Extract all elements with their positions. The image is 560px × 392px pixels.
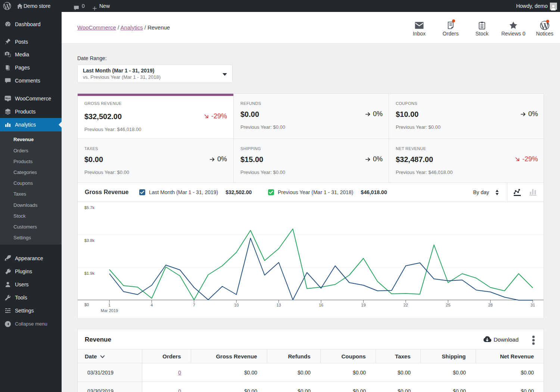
svg-text:$0: $0 xyxy=(84,302,89,307)
svg-text:10: 10 xyxy=(234,303,239,307)
svg-text:Mar 2019: Mar 2019 xyxy=(101,308,118,313)
svg-text:25: 25 xyxy=(446,303,450,307)
svg-text:7: 7 xyxy=(193,303,195,307)
svg-text:Woo: Woo xyxy=(5,97,10,99)
svg-text:16: 16 xyxy=(319,303,323,307)
svg-text:4: 4 xyxy=(150,303,153,307)
svg-text:1: 1 xyxy=(108,303,111,307)
svg-text:19: 19 xyxy=(361,303,365,307)
svg-text:$3.8k: $3.8k xyxy=(84,238,94,243)
svg-text:$1.9k: $1.9k xyxy=(84,271,94,276)
svg-text:13: 13 xyxy=(276,303,281,307)
svg-text:31: 31 xyxy=(531,303,535,307)
svg-text:22: 22 xyxy=(404,303,408,307)
svg-text:$5.7k: $5.7k xyxy=(84,205,94,210)
svg-text:28: 28 xyxy=(488,303,492,307)
